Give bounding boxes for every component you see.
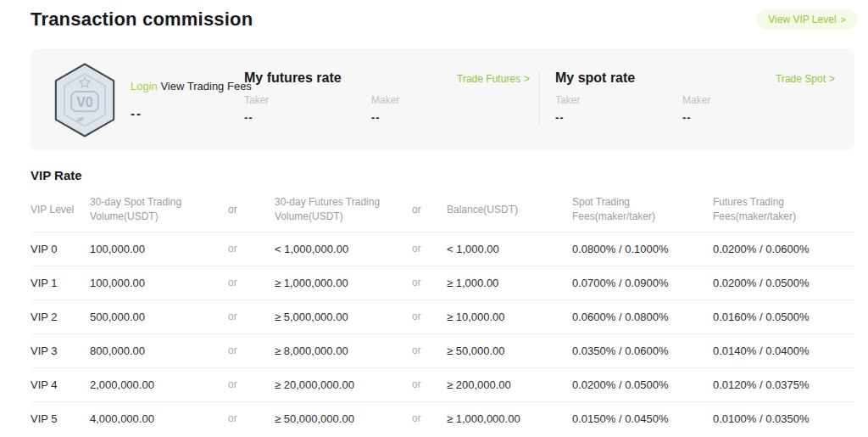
col-header-balance: Balance(USDT) (447, 203, 572, 217)
cell-or: or (228, 412, 275, 424)
cell-futures-fees: 0.0160% / 0.0500% (713, 311, 854, 323)
vip-rate-table: VIP Level 30-day Spot Trading Volume(USD… (31, 190, 854, 435)
col-header-vip-level: VIP Level (31, 203, 90, 217)
cell-spot-volume: 100,000.00 (90, 243, 228, 255)
trade-futures-label: Trade Futures (457, 73, 520, 85)
cell-vip-level: VIP 5 (31, 412, 90, 425)
col-header-spot-fees: Spot Trading Fees(maker/taker) (572, 195, 713, 225)
cell-spot-fees: 0.0600% / 0.0800% (572, 311, 713, 323)
spot-taker-col: Taker -- (555, 94, 682, 124)
futures-taker-col: Taker -- (244, 94, 371, 124)
view-vip-level-label: View VIP Level (768, 14, 836, 25)
cell-futures-fees: 0.0100% / 0.0350% (713, 412, 854, 425)
vip-badge-area: V0 Login View Trading Fees -- (31, 48, 244, 151)
cell-spot-fees: 0.0200% / 0.0500% (572, 378, 713, 391)
futures-taker-label: Taker (244, 94, 371, 106)
transaction-commission-page: Transaction commission View VIP Level > … (0, 0, 868, 437)
cell-spot-volume: 4,000,000.00 (90, 412, 228, 425)
spot-rate-title: My spot rate (555, 70, 635, 86)
col-header-or-2: or (412, 203, 447, 217)
cell-balance: ≥ 200,000.00 (447, 378, 572, 391)
cell-or: or (228, 378, 275, 390)
chevron-right-icon: > (524, 73, 530, 85)
cell-spot-volume: 500,000.00 (90, 311, 228, 323)
cell-spot-fees: 0.0800% / 0.1000% (572, 243, 713, 255)
table-row: VIP 5 4,000,000.00 or ≥ 50,000,000.00 or… (31, 401, 854, 435)
page-title: Transaction commission (31, 8, 854, 31)
cell-or: or (412, 412, 447, 424)
my-rate-value: -- (131, 106, 252, 120)
col-header-futures-fees: Futures Trading Fees(maker/taker) (713, 195, 854, 225)
cell-balance: < 1,000.00 (447, 243, 572, 255)
table-row: VIP 3 800,000.00 or ≥ 8,000,000.00 or ≥ … (31, 333, 854, 367)
cell-balance: ≥ 10,000.00 (447, 311, 572, 323)
vip-table-body: VIP 0 100,000.00 or < 1,000,000.00 or < … (31, 232, 854, 435)
vip-table-header: VIP Level 30-day Spot Trading Volume(USD… (31, 190, 854, 232)
cell-or: or (412, 277, 447, 289)
cell-futures-volume: ≥ 50,000,000.00 (275, 412, 412, 425)
spot-taker-value: -- (555, 111, 682, 124)
spot-taker-label: Taker (555, 94, 682, 106)
cell-or: or (228, 277, 275, 289)
cell-futures-volume: < 1,000,000.00 (275, 243, 412, 255)
cell-futures-fees: 0.0200% / 0.0500% (713, 277, 854, 289)
chevron-right-icon: > (841, 15, 846, 25)
spot-maker-col: Maker -- (682, 94, 810, 124)
cell-spot-volume: 800,000.00 (90, 345, 228, 357)
cell-vip-level: VIP 4 (31, 378, 90, 391)
table-row: VIP 4 2,000,000.00 or ≥ 20,000,000.00 or… (31, 367, 854, 401)
trade-futures-link[interactable]: Trade Futures > (457, 73, 530, 85)
my-futures-rate-section: My futures rate Trade Futures > Taker --… (244, 48, 540, 151)
cell-futures-fees: 0.0200% / 0.0600% (713, 243, 854, 255)
cell-or: or (412, 345, 447, 356)
cell-balance: ≥ 50,000.00 (447, 345, 572, 357)
cell-vip-level: VIP 1 (31, 277, 90, 289)
spot-maker-value: -- (682, 111, 810, 124)
login-suffix-label: View Trading Fees (160, 80, 251, 92)
cell-futures-volume: ≥ 1,000,000.00 (275, 277, 412, 289)
futures-maker-col: Maker -- (371, 94, 498, 124)
cell-futures-volume: ≥ 20,000,000.00 (275, 378, 412, 391)
table-row: VIP 0 100,000.00 or < 1,000,000.00 or < … (31, 232, 854, 266)
login-link[interactable]: Login (131, 80, 158, 92)
cell-or: or (412, 243, 447, 255)
cell-or: or (228, 345, 275, 356)
cell-or: or (412, 378, 447, 390)
vip-badge-level-text: V0 (76, 94, 93, 109)
badge-text-block: Login View Trading Fees -- (131, 80, 252, 120)
col-header-or-1: or (228, 203, 275, 217)
fee-summary-card: V0 Login View Trading Fees -- My futures… (31, 48, 854, 151)
cell-or: or (412, 311, 447, 322)
cell-balance: ≥ 1,000.00 (447, 277, 572, 289)
vip-rate-heading: VIP Rate (31, 168, 82, 182)
table-row: VIP 2 500,000.00 or ≥ 5,000,000.00 or ≥ … (31, 300, 854, 333)
chevron-right-icon: > (829, 73, 835, 85)
cell-spot-volume: 2,000,000.00 (90, 378, 228, 391)
col-header-spot-volume: 30-day Spot Trading Volume(USDT) (90, 195, 228, 225)
col-header-futures-volume: 30-day Futures Trading Volume(USDT) (275, 195, 412, 225)
cell-futures-volume: ≥ 5,000,000.00 (275, 311, 412, 323)
spot-maker-label: Maker (682, 94, 810, 106)
cell-vip-level: VIP 0 (31, 243, 90, 255)
cell-or: or (228, 311, 275, 322)
page-header: Transaction commission View VIP Level > (0, 0, 868, 40)
cell-spot-fees: 0.0700% / 0.0900% (572, 277, 713, 289)
cell-spot-fees: 0.0150% / 0.0450% (572, 412, 713, 425)
vip-level-badge-icon: V0 (49, 62, 120, 138)
view-vip-level-button[interactable]: View VIP Level > (757, 9, 857, 30)
cell-spot-fees: 0.0350% / 0.0600% (572, 345, 713, 357)
cell-spot-volume: 100,000.00 (90, 277, 228, 289)
futures-rate-title: My futures rate (244, 70, 342, 86)
cell-or: or (228, 243, 275, 255)
cell-vip-level: VIP 2 (31, 311, 90, 323)
cell-futures-volume: ≥ 8,000,000.00 (275, 345, 412, 357)
cell-futures-fees: 0.0120% / 0.0375% (713, 378, 854, 391)
trade-spot-label: Trade Spot (776, 73, 826, 85)
cell-vip-level: VIP 3 (31, 345, 90, 357)
futures-maker-value: -- (371, 111, 498, 124)
futures-maker-label: Maker (371, 94, 498, 106)
table-row: VIP 1 100,000.00 or ≥ 1,000,000.00 or ≥ … (31, 266, 854, 300)
futures-taker-value: -- (244, 111, 371, 124)
my-spot-rate-section: My spot rate Trade Spot > Taker -- Maker… (540, 48, 854, 151)
trade-spot-link[interactable]: Trade Spot > (776, 73, 835, 85)
